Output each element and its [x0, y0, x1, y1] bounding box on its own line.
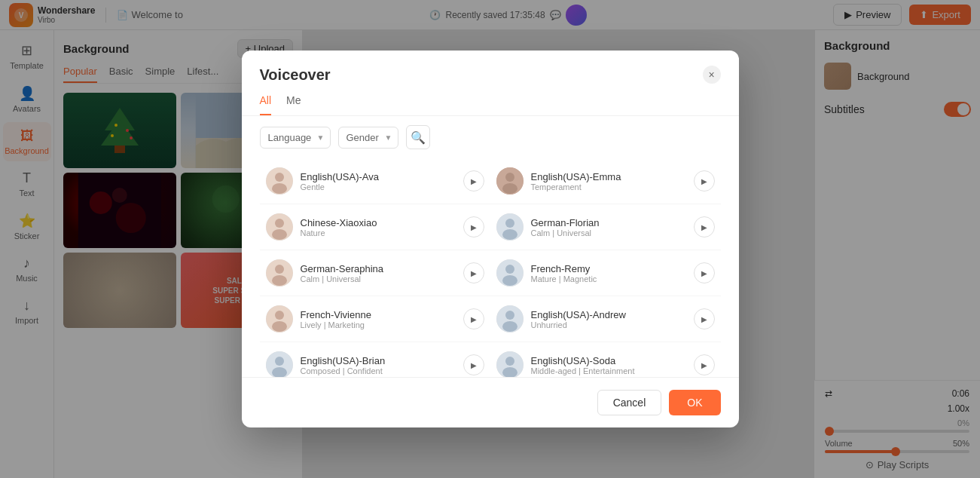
voice-item-vivienne: French-Vivienne Lively | Marketing ▶	[260, 296, 490, 342]
voice-item-xiaoxiao: Chinese-Xiaoxiao Nature ▶	[260, 204, 490, 250]
modal-tab-all[interactable]: All	[260, 94, 272, 115]
voice-avatar-vivienne	[266, 305, 293, 332]
voice-item-seraphina: German-Seraphina Calm | Universal ▶	[260, 250, 490, 296]
voice-play-vivienne[interactable]: ▶	[463, 308, 484, 329]
svg-point-24	[275, 219, 284, 228]
voice-name-soda: English(USA)-Soda	[531, 355, 635, 366]
modal-tabs: All Me	[242, 94, 739, 116]
language-filter: Language ▼	[260, 127, 331, 149]
svg-point-42	[275, 357, 284, 366]
voice-avatar-florian	[496, 213, 524, 241]
voice-tags-emma: Temperament	[531, 182, 621, 192]
svg-point-36	[275, 311, 284, 320]
voice-play-ava[interactable]: ▶	[463, 170, 484, 192]
voice-avatar-soda	[496, 351, 524, 377]
svg-point-30	[275, 265, 284, 274]
voice-play-florian[interactable]: ▶	[694, 216, 715, 237]
svg-point-45	[505, 357, 514, 366]
svg-point-21	[505, 173, 514, 182]
svg-point-27	[505, 219, 514, 228]
ok-button[interactable]: OK	[669, 390, 720, 415]
voice-tags-brian: Composed | Confident	[301, 366, 386, 375]
svg-point-33	[505, 265, 514, 274]
modal-header: Voiceover ×	[242, 51, 739, 94]
modal-body: English(USA)-Ava Gentle ▶ English(USA)-E…	[242, 158, 739, 377]
voice-name-florian: German-Florian	[531, 217, 600, 228]
svg-point-34	[502, 275, 517, 286]
voice-avatar-emma	[496, 167, 524, 195]
voice-name-brian: English(USA)-Brian	[301, 355, 386, 366]
voice-avatar-xiaoxiao	[266, 213, 293, 241]
svg-point-28	[502, 229, 517, 240]
voice-avatar-seraphina	[266, 259, 293, 286]
voice-item-ava: English(USA)-Ava Gentle ▶	[260, 158, 490, 204]
svg-point-39	[505, 311, 514, 320]
voice-play-brian[interactable]: ▶	[463, 354, 484, 375]
voice-item-andrew: English(USA)-Andrew Unhurried ▶	[490, 296, 721, 342]
modal-overlay[interactable]: Voiceover × All Me Language ▼ Gender ▼ 🔍	[0, 0, 980, 478]
voice-name-andrew: English(USA)-Andrew	[531, 309, 626, 320]
language-select[interactable]: Language	[260, 127, 331, 149]
voice-tags-seraphina: Calm | Universal	[301, 274, 384, 283]
voice-item-emma: English(USA)-Emma Temperament ▶	[490, 158, 721, 204]
svg-point-37	[272, 321, 287, 332]
voice-tags-ava: Gentle	[301, 182, 380, 192]
voice-item-soda: English(USA)-Soda Middle-aged | Entertai…	[490, 342, 721, 377]
voice-play-xiaoxiao[interactable]: ▶	[463, 216, 484, 237]
voice-avatar-remy	[496, 259, 524, 286]
voice-play-soda[interactable]: ▶	[694, 354, 715, 375]
voice-play-andrew[interactable]: ▶	[694, 308, 715, 329]
voice-avatar-brian	[266, 351, 293, 377]
voice-play-remy[interactable]: ▶	[694, 262, 715, 283]
voice-name-emma: English(USA)-Emma	[531, 171, 621, 182]
modal-close-button[interactable]: ×	[703, 66, 721, 84]
modal-footer: Cancel OK	[242, 377, 739, 427]
modal-title: Voiceover	[260, 66, 331, 84]
voice-item-remy: French-Remy Mature | Magnetic ▶	[490, 250, 721, 296]
voice-tags-andrew: Unhurried	[531, 320, 626, 329]
svg-point-31	[272, 275, 287, 286]
voice-name-vivienne: French-Vivienne	[301, 309, 371, 320]
voice-avatar-ava	[266, 167, 293, 195]
voice-name-xiaoxiao: Chinese-Xiaoxiao	[301, 217, 377, 228]
search-button[interactable]: 🔍	[406, 125, 430, 149]
svg-point-40	[502, 321, 517, 332]
voice-tags-xiaoxiao: Nature	[301, 228, 377, 237]
voice-play-seraphina[interactable]: ▶	[463, 262, 484, 283]
modal-filters: Language ▼ Gender ▼ 🔍	[242, 116, 739, 158]
voice-tags-florian: Calm | Universal	[531, 228, 600, 237]
voice-tags-vivienne: Lively | Marketing	[301, 320, 371, 329]
voice-name-seraphina: German-Seraphina	[301, 263, 384, 274]
svg-point-18	[275, 173, 284, 182]
voice-name-ava: English(USA)-Ava	[301, 171, 380, 182]
gender-filter: Gender ▼	[338, 127, 398, 149]
voice-name-remy: French-Remy	[531, 263, 597, 274]
voice-tags-remy: Mature | Magnetic	[531, 274, 597, 283]
voice-play-emma[interactable]: ▶	[694, 170, 715, 192]
modal-tab-me[interactable]: Me	[286, 94, 301, 115]
voiceover-modal: Voiceover × All Me Language ▼ Gender ▼ 🔍	[242, 51, 739, 427]
cancel-button[interactable]: Cancel	[597, 390, 662, 415]
search-icon: 🔍	[411, 130, 426, 145]
voice-grid: English(USA)-Ava Gentle ▶ English(USA)-E…	[260, 158, 721, 377]
voice-item-florian: German-Florian Calm | Universal ▶	[490, 204, 721, 250]
gender-select[interactable]: Gender	[338, 127, 398, 149]
voice-item-brian: English(USA)-Brian Composed | Confident …	[260, 342, 490, 377]
svg-point-19	[272, 183, 287, 194]
voice-tags-soda: Middle-aged | Entertainment	[531, 366, 635, 375]
voice-avatar-andrew	[496, 305, 524, 332]
svg-point-25	[272, 229, 287, 240]
svg-point-22	[502, 183, 517, 194]
